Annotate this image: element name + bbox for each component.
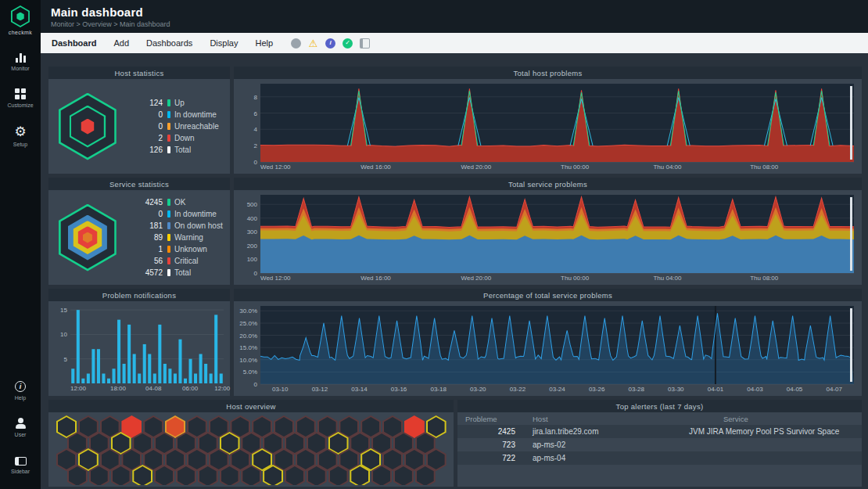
panel-top-alerters: Top alerters (last 7 days) ProblemeHostS… [457, 400, 862, 487]
stat-value: 126 [127, 146, 163, 154]
service-statistics-body: 4245OK0In downtime181On down host89Warni… [48, 190, 230, 285]
x-axis-label: Wed 20:00 [461, 164, 492, 171]
y-axis-label: 10.0% [239, 356, 257, 363]
stat-color-chip [167, 269, 170, 276]
host-stat-row[interactable]: 0Unreachable [127, 121, 224, 131]
breadcrumb[interactable]: Monitor > Overview > Main dashboard [51, 20, 868, 28]
y-axis-label: 20.0% [239, 332, 257, 339]
dashboard-content: Host statistics 124Up0In downtime0Unreac… [41, 53, 868, 489]
sidebar-item-sidebar[interactable]: Sidebar [0, 455, 41, 474]
y-axis-label: 100 [247, 256, 257, 263]
x-axis-label: 12:00 [214, 385, 230, 392]
warning-triangle-icon[interactable]: ⚠ [308, 38, 318, 49]
host-stat-row[interactable]: 2Down [127, 133, 224, 143]
stat-color-chip [167, 210, 170, 218]
menu-item-dashboards[interactable]: Dashboards [138, 33, 201, 53]
y-axis-label: 30.0% [239, 307, 257, 315]
help-icon: i [15, 381, 26, 392]
sidebar-item-customize[interactable]: Customize [0, 88, 41, 108]
x-axis-label: Wed 20:00 [461, 275, 492, 282]
now-marker [850, 86, 852, 160]
stat-label: In downtime [174, 110, 217, 119]
alerter-row[interactable]: 723ap-ms-02 [457, 438, 862, 451]
total-service-problems-chart[interactable]: 0100200300400500Wed 12:00Wed 16:00Wed 20… [260, 195, 854, 273]
x-axis-label: Wed 12:00 [260, 275, 291, 282]
service-stat-row[interactable]: 89Warning [127, 232, 224, 243]
service-stat-row[interactable]: 0In downtime [127, 209, 224, 219]
sidebar-item-user[interactable]: User [0, 418, 41, 437]
sidebar-item-label: Monitor [11, 66, 29, 71]
alerter-host: ap-ms-02 [526, 440, 683, 449]
service-stat-row[interactable]: 181On down host [127, 221, 224, 231]
service-problem-percentage-chart[interactable]: 05.0%10.0%15.0%20.0%25.0%30.0%03-1003-12… [260, 306, 854, 384]
x-axis-label: Wed 16:00 [360, 164, 391, 171]
stat-label: Down [174, 134, 195, 142]
sidebar-item-label: User [15, 432, 27, 437]
host-stat-row[interactable]: 124Up [127, 98, 224, 108]
host-overview-hexgrid [53, 412, 449, 485]
main-sidebar: checkmk MonitorCustomize⚙Setup iHelpUser… [0, 0, 41, 489]
panel-service-problem-percentage: Percentage of total service problems 05.… [234, 289, 862, 396]
stat-value: 56 [127, 257, 163, 265]
sidebar-item-setup[interactable]: ⚙Setup [0, 125, 41, 147]
page-header: Main dashboard Monitor > Overview > Main… [41, 0, 868, 33]
sidebar-item-monitor[interactable]: Monitor [0, 52, 41, 71]
alerter-host: ap-ms-04 [526, 454, 683, 462]
stat-color-chip [167, 135, 170, 142]
setup-icon: ⚙ [14, 125, 26, 138]
menu-icons: ⚠i✓ [291, 38, 370, 49]
menu-item-help[interactable]: Help [246, 33, 282, 53]
service-stat-row[interactable]: 1Unknown [127, 244, 224, 254]
y-axis-label: 5 [64, 355, 67, 362]
host-stat-row[interactable]: 126Total [127, 145, 224, 155]
menu-item-add[interactable]: Add [105, 33, 138, 53]
menu-item-display[interactable]: Display [201, 33, 246, 53]
stat-color-chip [167, 199, 170, 206]
service-statistics-list: 4245OK0In downtime181On down host89Warni… [127, 190, 230, 285]
host-state-hexagon[interactable] [48, 79, 127, 174]
panel-title: Total host problems [234, 67, 862, 79]
alerter-problems: 723 [457, 440, 526, 449]
service-stat-row[interactable]: 4572Total [127, 268, 224, 278]
info-circle-icon[interactable]: i [325, 38, 335, 49]
column-header-problems: Probleme [457, 415, 526, 423]
x-axis-label: 04-07 [826, 386, 841, 393]
x-axis-label: Thu 08:00 [750, 275, 778, 282]
stat-color-chip [167, 257, 170, 264]
problem-notifications-chart[interactable]: 5101512:0018:0004-0806:0012:00 [70, 307, 224, 383]
monitor-icon [16, 52, 26, 63]
service-state-hexagon[interactable] [48, 190, 127, 285]
panel-title: Service statistics [48, 178, 230, 190]
stat-label: In downtime [174, 210, 217, 218]
panel-icon[interactable] [360, 38, 370, 49]
user-icon [16, 418, 26, 429]
menu-item-dashboard[interactable]: Dashboard [43, 33, 105, 53]
panel-title: Total service problems [234, 178, 862, 190]
service-stat-row[interactable]: 56Critical [127, 256, 224, 266]
service-problem-percentage-body: 05.0%10.0%15.0%20.0%25.0%30.0%03-1003-12… [234, 301, 862, 396]
host-stat-row[interactable]: 0In downtime [127, 110, 224, 120]
stat-label: Total [174, 268, 191, 277]
sidebar-item-label: Customize [7, 102, 33, 108]
ok-circle-icon[interactable]: ✓ [343, 38, 353, 49]
y-axis-label: 4 [254, 126, 257, 133]
stat-color-chip [167, 123, 170, 130]
x-axis-label: 03-18 [430, 386, 446, 393]
menu-bar: DashboardAddDashboardsDisplayHelp ⚠i✓ [41, 33, 868, 53]
y-axis-label: 0 [254, 381, 257, 388]
alerter-service: JVM JIRA Memory Pool PS Survivor Space [683, 427, 862, 436]
panel-host-statistics: Host statistics 124Up0In downtime0Unreac… [48, 67, 230, 174]
y-axis-label: 500 [247, 201, 257, 208]
sidebar-item-help[interactable]: iHelp [0, 381, 41, 401]
gray-circle-icon[interactable] [291, 38, 301, 49]
x-axis-label: 04-03 [747, 386, 762, 393]
checkmk-logo[interactable]: checkmk [9, 5, 32, 35]
sidebar-bottom-nav: iHelpUserSidebar [0, 372, 41, 483]
service-stat-row[interactable]: 4245OK [127, 197, 224, 207]
panel-title: Percentage of total service problems [234, 289, 862, 301]
sidebar-item-label: Sidebar [11, 469, 30, 474]
alerter-row[interactable]: 2425jira.lan.tribe29.comJVM JIRA Memory … [457, 425, 862, 438]
panel-problem-notifications: Problem notifications 5101512:0018:0004-… [48, 289, 230, 396]
alerter-row[interactable]: 722ap-ms-04 [457, 451, 862, 465]
total-host-problems-chart[interactable]: 02468Wed 12:00Wed 16:00Wed 20:00Thu 00:0… [260, 84, 854, 162]
